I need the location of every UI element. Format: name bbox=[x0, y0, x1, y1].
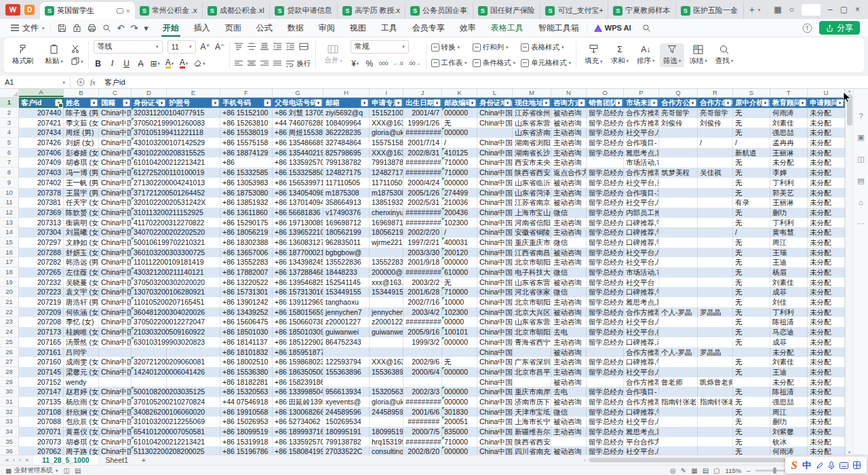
cell[interactable]: 610104200212213421 bbox=[132, 157, 167, 168]
cell[interactable]: ziyi5692@q bbox=[323, 108, 370, 118]
cell[interactable]: 微信 bbox=[551, 407, 587, 417]
filter-button[interactable]: ▾ bbox=[689, 99, 696, 107]
cell[interactable] bbox=[659, 437, 698, 447]
filter-button[interactable]: ▾ bbox=[542, 99, 550, 107]
cell[interactable]: 口碑推荐,学 bbox=[624, 287, 659, 297]
filter-button[interactable]: ▾ bbox=[433, 99, 441, 107]
cell[interactable]: 未分配 bbox=[808, 327, 845, 337]
filter-button[interactable]: ▾ bbox=[724, 99, 732, 107]
cell[interactable]: 000000 bbox=[442, 257, 477, 267]
cell[interactable]: jennychen7 bbox=[370, 307, 403, 318]
cell[interactable]: +86 17882007 bbox=[220, 267, 273, 278]
cell[interactable] bbox=[698, 248, 733, 258]
cell[interactable] bbox=[370, 337, 403, 347]
cell[interactable]: 山东省临沂 bbox=[513, 178, 551, 188]
cell[interactable]: China中国 bbox=[99, 397, 132, 407]
cell[interactable] bbox=[370, 417, 403, 427]
wps-logo-icon[interactable]: W bbox=[5, 4, 20, 16]
cell[interactable]: 陕西省西安 bbox=[513, 168, 551, 178]
doc-tab[interactable]: S贷款申请信息.xlsx bbox=[270, 2, 338, 19]
doc-tab[interactable]: S常州公积金 .xlsx bbox=[135, 2, 203, 19]
cell[interactable]: 被动咨询 bbox=[551, 417, 587, 427]
ime-pen-icon[interactable] bbox=[816, 461, 823, 470]
cell[interactable]: 207378 bbox=[19, 188, 64, 198]
row-number[interactable]: 25 bbox=[0, 337, 19, 347]
cell[interactable]: z20001227 bbox=[323, 317, 370, 327]
cell[interactable]: China中国 bbox=[99, 188, 132, 198]
cell[interactable]: 无 bbox=[733, 168, 770, 178]
cell[interactable]: 留学总经办 bbox=[587, 197, 624, 208]
cell[interactable] bbox=[659, 427, 698, 437]
cell[interactable]: 135522836 bbox=[370, 257, 403, 267]
column-letter[interactable]: E bbox=[167, 89, 220, 97]
cell[interactable]: China中国 bbox=[477, 287, 513, 297]
cell[interactable]: 黄韦慧 bbox=[770, 227, 808, 238]
cell[interactable]: 32010220020531242X bbox=[132, 197, 167, 208]
cell[interactable]: gloria@uk bbox=[370, 397, 403, 407]
column-header[interactable]: 邮箱▾ bbox=[323, 98, 370, 108]
cell[interactable]: 北京市朝阳 bbox=[513, 327, 551, 337]
first-sheet-icon[interactable]: « bbox=[5, 457, 9, 463]
cell[interactable] bbox=[587, 377, 624, 387]
row-number[interactable]: 1 bbox=[0, 98, 19, 108]
cell[interactable]: 无 bbox=[733, 446, 770, 455]
cell[interactable] bbox=[659, 218, 698, 228]
cell[interactable]: XXX@163.c bbox=[370, 357, 403, 367]
column-letter[interactable]: H bbox=[323, 89, 370, 97]
cell[interactable]: 130703200106280921 bbox=[132, 287, 167, 297]
cell[interactable]: 360103200303300725 bbox=[132, 248, 167, 258]
cell[interactable]: 180995191 bbox=[323, 427, 370, 437]
underline-button[interactable]: U bbox=[122, 59, 132, 69]
cell[interactable]: 未分配 bbox=[770, 347, 808, 358]
cell[interactable]: 王一帆 (男 bbox=[64, 178, 99, 188]
doc-tab[interactable]: S宁夏教师样本.xlsx bbox=[608, 2, 676, 19]
cell[interactable] bbox=[659, 317, 698, 327]
cell[interactable]: 370105199411221118 bbox=[132, 128, 167, 138]
cell[interactable]: 110112200109181419 bbox=[132, 257, 167, 267]
row-number[interactable]: 2 bbox=[0, 108, 19, 118]
cell[interactable]: 207135 bbox=[19, 397, 64, 407]
row-number[interactable]: 29 bbox=[0, 377, 19, 387]
row-number[interactable]: 26 bbox=[0, 347, 19, 358]
cell[interactable]: 被动咨询 bbox=[551, 178, 587, 188]
cell[interactable]: China中国 bbox=[99, 178, 132, 188]
formula-content[interactable]: 客户id bbox=[102, 77, 125, 88]
cell[interactable]: 207369 bbox=[19, 208, 64, 218]
cell[interactable] bbox=[442, 347, 477, 358]
cell[interactable]: 曾老师 bbox=[659, 377, 698, 387]
cell[interactable]: 何依涵 (女 bbox=[64, 307, 99, 318]
cell[interactable]: 370502200012272047 bbox=[132, 317, 167, 327]
cell[interactable]: 207208 bbox=[19, 317, 64, 327]
cell[interactable]: 周江 bbox=[770, 238, 808, 248]
cell[interactable]: 180562199 bbox=[370, 227, 403, 238]
cell[interactable] bbox=[659, 227, 698, 238]
cell[interactable]: 留学总经办 bbox=[587, 108, 624, 118]
cell[interactable]: 留学总经办 bbox=[587, 407, 624, 417]
last-sheet-icon[interactable]: » bbox=[25, 457, 28, 463]
cell[interactable]: 207219 bbox=[19, 297, 64, 307]
cell[interactable]: 周煜 (男) bbox=[64, 128, 99, 138]
cell[interactable]: +86 18182281 bbox=[220, 377, 273, 387]
cell[interactable]: 370502199901260083 bbox=[132, 118, 167, 128]
cell[interactable]: 151521001 bbox=[370, 108, 403, 118]
cell[interactable] bbox=[659, 128, 698, 138]
more-icon[interactable]: ⋯ bbox=[857, 219, 865, 228]
cell[interactable]: ######### bbox=[403, 267, 442, 278]
cell[interactable]: 未分配 bbox=[808, 108, 845, 118]
restore-icon[interactable]: ▢ bbox=[840, 5, 848, 14]
cell[interactable]: 610104200212213421 bbox=[132, 437, 167, 447]
row-number[interactable]: 21 bbox=[0, 297, 19, 307]
cell[interactable] bbox=[659, 278, 698, 288]
cell[interactable]: 956613934 bbox=[323, 387, 370, 397]
cell[interactable]: 社交平台,/ bbox=[624, 367, 659, 377]
cell[interactable]: +86 18099519 bbox=[220, 427, 273, 437]
cell[interactable]: / bbox=[733, 227, 770, 238]
cell[interactable] bbox=[403, 377, 442, 387]
cell[interactable]: China中国 bbox=[477, 297, 513, 307]
cell[interactable]: 511302200208200025 bbox=[132, 446, 167, 455]
cell[interactable]: 刘素佳 bbox=[770, 278, 808, 288]
cell[interactable]: 留学总经办 bbox=[587, 168, 624, 178]
cell[interactable]: 207232 bbox=[19, 278, 64, 288]
row-number[interactable]: 7 bbox=[0, 157, 19, 168]
cell[interactable]: 207161 bbox=[19, 347, 64, 358]
